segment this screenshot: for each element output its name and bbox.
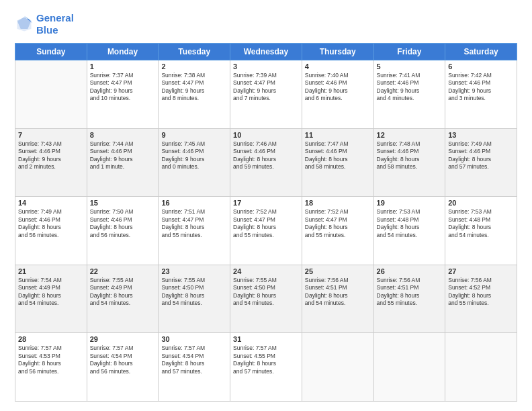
day-number: 22: [90, 267, 156, 275]
cell-info: Sunrise: 7:53 AMSunset: 4:48 PMDaylight:…: [448, 208, 514, 239]
cell-info: Sunrise: 7:46 AMSunset: 4:46 PMDaylight:…: [233, 140, 299, 171]
day-number: 16: [161, 199, 227, 207]
col-header-sunday: Sunday: [15, 44, 87, 60]
col-header-tuesday: Tuesday: [159, 44, 230, 60]
calendar-cell: 15Sunrise: 7:50 AMSunset: 4:46 PMDayligh…: [87, 197, 159, 265]
calendar-header-row: SundayMondayTuesdayWednesdayThursdayFrid…: [15, 44, 517, 60]
cell-info: Sunrise: 7:39 AMSunset: 4:47 PMDaylight:…: [233, 72, 299, 103]
calendar-table: SundayMondayTuesdayWednesdayThursdayFrid…: [15, 43, 517, 402]
cell-info: Sunrise: 7:45 AMSunset: 4:46 PMDaylight:…: [161, 140, 227, 171]
day-number: 10: [233, 131, 299, 139]
cell-info: Sunrise: 7:55 AMSunset: 4:50 PMDaylight:…: [161, 277, 227, 308]
cell-info: Sunrise: 7:57 AMSunset: 4:54 PMDaylight:…: [90, 345, 156, 375]
cell-info: Sunrise: 7:44 AMSunset: 4:46 PMDaylight:…: [90, 140, 156, 171]
calendar-week-row: 1Sunrise: 7:37 AMSunset: 4:47 PMDaylight…: [15, 60, 517, 129]
calendar-week-row: 7Sunrise: 7:43 AMSunset: 4:46 PMDaylight…: [15, 128, 517, 197]
cell-info: Sunrise: 7:49 AMSunset: 4:46 PMDaylight:…: [18, 208, 84, 239]
day-number: 30: [161, 335, 227, 343]
day-number: 4: [305, 62, 371, 71]
cell-info: Sunrise: 7:49 AMSunset: 4:46 PMDaylight:…: [448, 140, 514, 171]
day-number: 21: [18, 267, 84, 275]
col-header-saturday: Saturday: [445, 44, 517, 60]
calendar-cell: [15, 60, 87, 129]
day-number: 18: [305, 199, 371, 207]
day-number: 25: [305, 267, 371, 275]
calendar-cell: [302, 333, 373, 402]
calendar-week-row: 14Sunrise: 7:49 AMSunset: 4:46 PMDayligh…: [15, 197, 517, 265]
day-number: 24: [233, 267, 299, 275]
cell-info: Sunrise: 7:50 AMSunset: 4:46 PMDaylight:…: [90, 208, 156, 239]
day-number: 14: [18, 199, 84, 207]
calendar-cell: 16Sunrise: 7:51 AMSunset: 4:47 PMDayligh…: [159, 197, 230, 265]
calendar-cell: 5Sunrise: 7:41 AMSunset: 4:46 PMDaylight…: [373, 60, 445, 129]
logo-text: General Blue: [36, 12, 74, 36]
col-header-friday: Friday: [373, 44, 445, 60]
day-number: 11: [305, 131, 371, 139]
calendar-cell: 13Sunrise: 7:49 AMSunset: 4:46 PMDayligh…: [445, 128, 517, 197]
day-number: 6: [448, 62, 514, 71]
day-number: 9: [161, 131, 227, 139]
logo: General Blue: [15, 12, 74, 36]
cell-info: Sunrise: 7:55 AMSunset: 4:49 PMDaylight:…: [90, 277, 156, 308]
calendar-cell: 20Sunrise: 7:53 AMSunset: 4:48 PMDayligh…: [445, 197, 517, 265]
col-header-wednesday: Wednesday: [230, 44, 302, 60]
day-number: 26: [377, 267, 443, 275]
day-number: 3: [233, 62, 299, 71]
header: General Blue: [15, 12, 517, 36]
calendar-cell: 6Sunrise: 7:42 AMSunset: 4:46 PMDaylight…: [445, 60, 517, 129]
calendar-cell: 24Sunrise: 7:55 AMSunset: 4:50 PMDayligh…: [230, 265, 302, 333]
calendar-cell: 31Sunrise: 7:57 AMSunset: 4:55 PMDayligh…: [230, 333, 302, 402]
logo-icon: [15, 15, 34, 34]
calendar-cell: 29Sunrise: 7:57 AMSunset: 4:54 PMDayligh…: [87, 333, 159, 402]
calendar-cell: 27Sunrise: 7:56 AMSunset: 4:52 PMDayligh…: [445, 265, 517, 333]
day-number: 17: [233, 199, 299, 207]
calendar-cell: 26Sunrise: 7:56 AMSunset: 4:51 PMDayligh…: [373, 265, 445, 333]
col-header-monday: Monday: [87, 44, 159, 60]
calendar-cell: [373, 333, 445, 402]
day-number: 5: [377, 62, 443, 71]
calendar-cell: 4Sunrise: 7:40 AMSunset: 4:46 PMDaylight…: [302, 60, 373, 129]
calendar-cell: 28Sunrise: 7:57 AMSunset: 4:53 PMDayligh…: [15, 333, 87, 402]
calendar-cell: 18Sunrise: 7:52 AMSunset: 4:47 PMDayligh…: [302, 197, 373, 265]
calendar-cell: 19Sunrise: 7:53 AMSunset: 4:48 PMDayligh…: [373, 197, 445, 265]
day-number: 8: [90, 131, 156, 139]
day-number: 15: [90, 199, 156, 207]
calendar-cell: 22Sunrise: 7:55 AMSunset: 4:49 PMDayligh…: [87, 265, 159, 333]
calendar-cell: 14Sunrise: 7:49 AMSunset: 4:46 PMDayligh…: [15, 197, 87, 265]
cell-info: Sunrise: 7:56 AMSunset: 4:52 PMDaylight:…: [448, 277, 514, 308]
day-number: 2: [161, 62, 227, 71]
calendar-cell: 10Sunrise: 7:46 AMSunset: 4:46 PMDayligh…: [230, 128, 302, 197]
day-number: 28: [18, 335, 84, 343]
calendar-cell: 9Sunrise: 7:45 AMSunset: 4:46 PMDaylight…: [159, 128, 230, 197]
calendar-cell: [445, 333, 517, 402]
day-number: 29: [90, 335, 156, 343]
cell-info: Sunrise: 7:57 AMSunset: 4:53 PMDaylight:…: [18, 345, 84, 375]
calendar-week-row: 21Sunrise: 7:54 AMSunset: 4:49 PMDayligh…: [15, 265, 517, 333]
calendar-cell: 17Sunrise: 7:52 AMSunset: 4:47 PMDayligh…: [230, 197, 302, 265]
cell-info: Sunrise: 7:38 AMSunset: 4:47 PMDaylight:…: [161, 72, 227, 103]
cell-info: Sunrise: 7:56 AMSunset: 4:51 PMDaylight:…: [377, 277, 443, 308]
col-header-thursday: Thursday: [302, 44, 373, 60]
day-number: 13: [448, 131, 514, 139]
cell-info: Sunrise: 7:57 AMSunset: 4:55 PMDaylight:…: [233, 345, 299, 375]
calendar-cell: 25Sunrise: 7:56 AMSunset: 4:51 PMDayligh…: [302, 265, 373, 333]
cell-info: Sunrise: 7:43 AMSunset: 4:46 PMDaylight:…: [18, 140, 84, 171]
day-number: 1: [90, 62, 156, 71]
calendar-cell: 12Sunrise: 7:48 AMSunset: 4:46 PMDayligh…: [373, 128, 445, 197]
day-number: 31: [233, 335, 299, 343]
calendar-cell: 21Sunrise: 7:54 AMSunset: 4:49 PMDayligh…: [15, 265, 87, 333]
cell-info: Sunrise: 7:52 AMSunset: 4:47 PMDaylight:…: [305, 208, 371, 239]
cell-info: Sunrise: 7:54 AMSunset: 4:49 PMDaylight:…: [18, 277, 84, 308]
day-number: 19: [377, 199, 443, 207]
calendar-week-row: 28Sunrise: 7:57 AMSunset: 4:53 PMDayligh…: [15, 333, 517, 402]
cell-info: Sunrise: 7:53 AMSunset: 4:48 PMDaylight:…: [377, 208, 443, 239]
calendar-cell: 1Sunrise: 7:37 AMSunset: 4:47 PMDaylight…: [87, 60, 159, 129]
cell-info: Sunrise: 7:51 AMSunset: 4:47 PMDaylight:…: [161, 208, 227, 239]
page: General Blue SundayMondayTuesdayWednesda…: [0, 0, 532, 411]
cell-info: Sunrise: 7:47 AMSunset: 4:46 PMDaylight:…: [305, 140, 371, 171]
cell-info: Sunrise: 7:57 AMSunset: 4:54 PMDaylight:…: [161, 345, 227, 375]
calendar-cell: 11Sunrise: 7:47 AMSunset: 4:46 PMDayligh…: [302, 128, 373, 197]
cell-info: Sunrise: 7:52 AMSunset: 4:47 PMDaylight:…: [233, 208, 299, 239]
cell-info: Sunrise: 7:56 AMSunset: 4:51 PMDaylight:…: [305, 277, 371, 308]
day-number: 20: [448, 199, 514, 207]
